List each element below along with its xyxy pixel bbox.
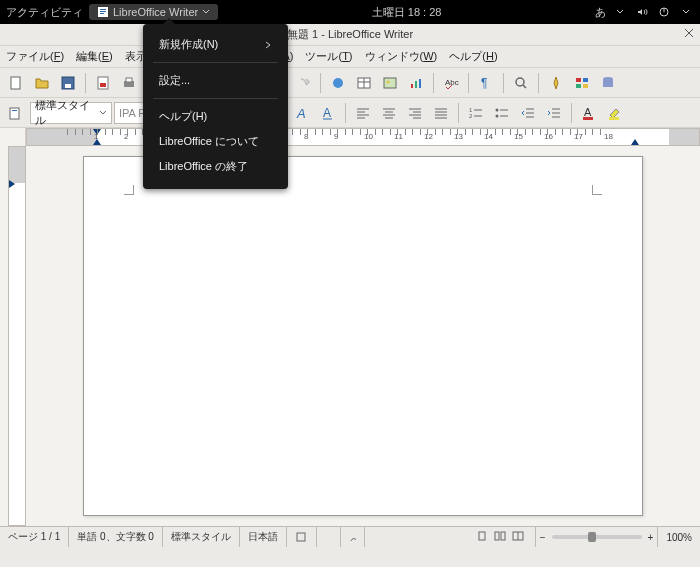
svg-rect-33 — [576, 78, 581, 82]
gnome-top-bar: アクティビティ LibreOffice Writer 土曜日 18 : 28 あ — [0, 0, 700, 24]
svg-rect-1 — [100, 9, 106, 10]
toolbar-separator — [468, 73, 469, 93]
toolbar-separator — [85, 73, 86, 93]
document-area[interactable] — [26, 146, 700, 526]
appmenu-quit-label: LibreOffice の終了 — [159, 159, 248, 174]
hyperlink-button[interactable] — [326, 71, 350, 95]
zoom-slider-knob[interactable] — [588, 532, 596, 542]
spellcheck-button[interactable]: Abc — [439, 71, 463, 95]
svg-rect-3 — [100, 13, 104, 14]
svg-text:2: 2 — [469, 113, 473, 119]
menu-tools[interactable]: ツール(T) — [305, 49, 352, 64]
multi-page-icon[interactable] — [494, 530, 508, 544]
ruler-corner — [0, 128, 26, 146]
status-language[interactable]: 日本語 — [240, 527, 287, 547]
gallery-button[interactable] — [570, 71, 594, 95]
insert-chart-button[interactable] — [404, 71, 428, 95]
svg-point-49 — [496, 108, 499, 111]
toolbar-separator — [433, 73, 434, 93]
decrease-indent-button[interactable] — [516, 101, 540, 125]
styles-button[interactable] — [4, 101, 28, 125]
navigator-button[interactable] — [544, 71, 568, 95]
nonprinting-chars-button[interactable]: ¶ — [474, 71, 498, 95]
italic-button[interactable]: A — [290, 101, 314, 125]
page[interactable] — [83, 156, 643, 516]
menu-file[interactable]: ファイル(F) — [6, 49, 64, 64]
appmenu-about[interactable]: LibreOffice について — [143, 129, 288, 154]
toolbar-separator — [503, 73, 504, 93]
appmenu-help[interactable]: ヘルプ(H) — [143, 104, 288, 129]
export-pdf-button[interactable] — [91, 71, 115, 95]
styles-icon — [8, 105, 24, 121]
gallery-icon — [574, 75, 590, 91]
appmenu-settings[interactable]: 設定... — [143, 68, 288, 93]
chevron-down-icon — [678, 4, 694, 20]
activities-button[interactable]: アクティビティ — [6, 5, 83, 20]
status-selection-mode[interactable] — [317, 527, 341, 547]
app-menu-button[interactable]: LibreOffice Writer — [89, 4, 218, 20]
align-right-button[interactable] — [403, 101, 427, 125]
ruler-number: 17 — [574, 132, 583, 141]
zoom-in-button[interactable]: + — [648, 532, 654, 543]
align-center-icon — [381, 105, 397, 121]
highlight-color-button[interactable] — [603, 101, 627, 125]
vertical-ruler[interactable] — [8, 146, 26, 526]
clock[interactable]: 土曜日 18 : 28 — [218, 5, 595, 20]
svg-rect-55 — [609, 117, 619, 120]
paragraph-style-combo[interactable]: 標準スタイル — [30, 102, 112, 124]
volume-icon[interactable] — [634, 4, 650, 20]
underline-button[interactable]: A — [316, 101, 340, 125]
status-wordcount[interactable]: 単語 0、文字数 0 — [69, 527, 163, 547]
svg-rect-56 — [297, 533, 305, 541]
menu-edit[interactable]: 編集(E) — [76, 49, 113, 64]
new-doc-button[interactable] — [4, 71, 28, 95]
ruler-area: 123456789101112131415161718 — [0, 128, 700, 146]
redo-button[interactable] — [291, 71, 315, 95]
insert-image-button[interactable] — [378, 71, 402, 95]
svg-rect-6 — [11, 77, 20, 89]
font-color-button[interactable]: A — [577, 101, 601, 125]
view-layout-buttons[interactable] — [467, 527, 536, 547]
print-button[interactable] — [117, 71, 141, 95]
bullet-list-button[interactable] — [490, 101, 514, 125]
workspace — [0, 146, 700, 526]
align-left-button[interactable] — [351, 101, 375, 125]
zoom-slider[interactable] — [552, 535, 642, 539]
book-view-icon[interactable] — [512, 530, 526, 544]
appmenu-new[interactable]: 新規作成(N) — [143, 32, 288, 57]
find-button[interactable] — [509, 71, 533, 95]
window-close-button[interactable] — [684, 28, 694, 38]
menu-help[interactable]: ヘルプ(H) — [449, 49, 497, 64]
pilcrow-icon: ¶ — [478, 75, 494, 91]
signature-icon — [349, 531, 356, 543]
align-center-button[interactable] — [377, 101, 401, 125]
chevron-down-icon — [99, 109, 107, 117]
power-icon[interactable] — [656, 4, 672, 20]
single-page-icon[interactable] — [476, 530, 490, 544]
save-button[interactable] — [56, 71, 80, 95]
svg-rect-36 — [583, 84, 588, 88]
zoom-controls: − + — [536, 527, 659, 547]
zoom-out-button[interactable]: − — [540, 532, 546, 543]
appmenu-settings-label: 設定... — [159, 73, 190, 88]
menu-window[interactable]: ウィンドウ(W) — [365, 49, 438, 64]
open-button[interactable] — [30, 71, 54, 95]
zoom-value[interactable]: 100% — [658, 527, 700, 547]
paragraph-style-value: 標準スタイル — [35, 98, 99, 128]
status-insert-mode[interactable] — [287, 527, 317, 547]
status-signature[interactable] — [341, 527, 365, 547]
status-style[interactable]: 標準スタイル — [163, 527, 240, 547]
appmenu-quit[interactable]: LibreOffice の終了 — [143, 154, 288, 179]
data-sources-button[interactable] — [596, 71, 620, 95]
writer-app-icon — [97, 6, 109, 18]
status-page[interactable]: ページ 1 / 1 — [0, 527, 69, 547]
numbered-list-button[interactable]: 12 — [464, 101, 488, 125]
folder-open-icon — [34, 75, 50, 91]
horizontal-ruler[interactable]: 123456789101112131415161718 — [26, 128, 700, 146]
ime-indicator[interactable]: あ — [595, 5, 606, 20]
align-justify-button[interactable] — [429, 101, 453, 125]
increase-indent-button[interactable] — [542, 101, 566, 125]
svg-point-30 — [516, 78, 524, 86]
insert-table-button[interactable] — [352, 71, 376, 95]
menubar: ファイル(F) 編集(E) 表示(V) 挿入(I) 書式(O) 表(A) ツール… — [0, 46, 700, 68]
